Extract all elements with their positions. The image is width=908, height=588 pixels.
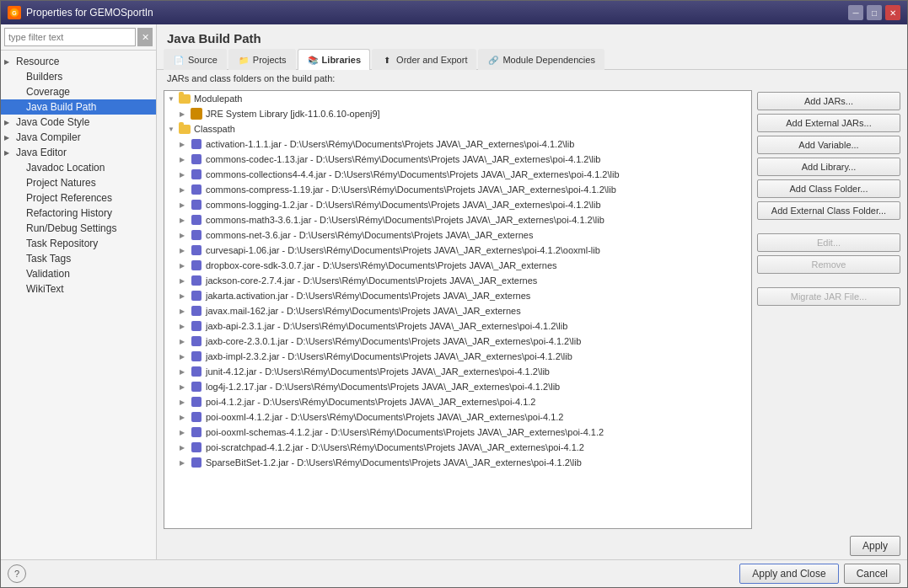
- add-external-class-folder-button[interactable]: Add External Class Folder...: [757, 201, 900, 220]
- migrate-jar-file-button[interactable]: Migrate JAR File...: [757, 287, 900, 306]
- source-tab-icon: 📄: [173, 54, 185, 66]
- bottom-bar: ? Apply and Close Cancel: [1, 559, 907, 587]
- expand-icon: ▶: [180, 353, 190, 361]
- sidebar-item-java-compiler[interactable]: ▶ Java Compiler: [1, 130, 156, 145]
- tree-item-jar9[interactable]: ▶ dropbox-core-sdk-3.0.7.jar - D:\Users\…: [164, 258, 751, 273]
- apply-and-close-button[interactable]: Apply and Close: [739, 564, 838, 584]
- tree-item-jar22[interactable]: ▶ SparseBitSet-1.2.jar - D:\Users\Rémy\D…: [164, 455, 751, 470]
- sidebar-item-task-tags[interactable]: Task Tags: [1, 251, 156, 266]
- svg-text:G: G: [12, 10, 17, 16]
- close-button[interactable]: ✕: [885, 5, 900, 20]
- window-title: Properties for GEMOSportIn: [26, 7, 848, 19]
- sidebar-item-run-debug-settings[interactable]: Run/Debug Settings: [1, 221, 156, 236]
- collapse-icon: ▼: [168, 95, 178, 103]
- expand-icon: ▶: [180, 429, 190, 436]
- jar-icon: [190, 290, 203, 302]
- tree-item-jar20[interactable]: ▶ poi-ooxml-schemas-4.1.2.jar - D:\Users…: [164, 425, 751, 440]
- main-content: ✕ ▶ Resource Builders Coverage Java Buil: [1, 24, 907, 559]
- sidebar-item-refactoring-history[interactable]: Refactoring History: [1, 206, 156, 221]
- tree-item-jar10[interactable]: ▶ jackson-core-2.7.4.jar - D:\Users\Rémy…: [164, 273, 751, 288]
- tree-item-jar16[interactable]: ▶ junit-4.12.jar - D:\Users\Rémy\Documen…: [164, 364, 751, 379]
- tree-item-jar21[interactable]: ▶ poi-scratchpad-4.1.2.jar - D:\Users\Ré…: [164, 440, 751, 455]
- help-button[interactable]: ?: [8, 564, 26, 583]
- tree-item-jar5[interactable]: ▶ commons-logging-1.2.jar - D:\Users\Rém…: [164, 197, 751, 212]
- tree-item-classpath[interactable]: ▼ Classpath: [164, 121, 751, 136]
- tree-item-jar17[interactable]: ▶ log4j-1.2.17.jar - D:\Users\Rémy\Docum…: [164, 379, 751, 394]
- button-spacer-2: [757, 277, 900, 284]
- tree-item-jar8[interactable]: ▶ curvesapi-1.06.jar - D:\Users\Rémy\Doc…: [164, 243, 751, 258]
- tree-item-modulepath[interactable]: ▼ Modulepath: [164, 91, 751, 106]
- edit-button[interactable]: Edit...: [757, 233, 900, 252]
- maximize-button[interactable]: □: [867, 5, 882, 20]
- tree-item-jar19[interactable]: ▶ poi-ooxml-4.1.2.jar - D:\Users\Rémy\Do…: [164, 409, 751, 425]
- expand-icon: ▶: [180, 292, 190, 300]
- sidebar-item-builders[interactable]: Builders: [1, 69, 156, 84]
- sidebar-item-coverage[interactable]: Coverage: [1, 84, 156, 99]
- window-controls: ─ □ ✕: [848, 5, 900, 20]
- expand-icon: ▶: [4, 149, 13, 157]
- tree-item-jar12[interactable]: ▶ javax.mail-162.jar - D:\Users\Rémy\Doc…: [164, 303, 751, 318]
- expand-icon: ▶: [180, 216, 190, 224]
- apply-button[interactable]: Apply: [850, 536, 900, 556]
- tabs-bar: 📄 Source 📁 Projects 📚 Libraries ⬆ Order …: [157, 49, 907, 70]
- filter-input[interactable]: [4, 28, 136, 46]
- build-path-tree[interactable]: ▼ Modulepath ▶ JRE System Library [jdk-1…: [164, 90, 752, 529]
- jar-icon: [190, 184, 203, 195]
- order-export-tab-icon: ⬆: [381, 54, 393, 66]
- sidebar-item-resource[interactable]: ▶ Resource: [1, 54, 156, 69]
- jar-icon: [190, 199, 203, 211]
- filter-clear-button[interactable]: ✕: [137, 28, 153, 46]
- tree-item-jar2[interactable]: ▶ commons-codec-1.13.jar - D:\Users\Rémy…: [164, 152, 751, 167]
- title-bar: G Properties for GEMOSportIn ─ □ ✕: [1, 1, 907, 24]
- sidebar-item-task-repository[interactable]: Task Repository: [1, 236, 156, 251]
- tree-item-jar7[interactable]: ▶ commons-net-3.6.jar - D:\Users\Rémy\Do…: [164, 227, 751, 243]
- add-library-button[interactable]: Add Library...: [757, 158, 900, 176]
- cancel-button[interactable]: Cancel: [844, 564, 900, 584]
- minimize-button[interactable]: ─: [848, 5, 863, 20]
- tree-item-jar14[interactable]: ▶ jaxb-core-2.3.0.1.jar - D:\Users\Rémy\…: [164, 334, 751, 349]
- expand-icon: ▶: [180, 323, 190, 330]
- add-external-jars-button[interactable]: Add External JARs...: [757, 114, 900, 132]
- jar-icon: [190, 138, 203, 150]
- sidebar-item-project-references[interactable]: Project References: [1, 190, 156, 206]
- module-deps-tab-icon: 🔗: [487, 54, 499, 66]
- tree-item-jar15[interactable]: ▶ jaxb-impl-2.3.2.jar - D:\Users\Rémy\Do…: [164, 349, 751, 364]
- jar-icon: [190, 275, 203, 286]
- expand-icon: ▶: [180, 141, 190, 148]
- sidebar-item-java-code-style[interactable]: ▶ Java Code Style: [1, 115, 156, 130]
- tree-item-jar18[interactable]: ▶ poi-4.1.2.jar - D:\Users\Rémy\Document…: [164, 394, 751, 409]
- add-class-folder-button[interactable]: Add Class Folder...: [757, 179, 900, 198]
- jar-icon: [190, 457, 203, 468]
- add-variable-button[interactable]: Add Variable...: [757, 136, 900, 154]
- tab-module-deps[interactable]: 🔗 Module Dependencies: [478, 49, 604, 70]
- panel-body: ▼ Modulepath ▶ JRE System Library [jdk-1…: [157, 87, 907, 532]
- jar-icon: [190, 335, 203, 347]
- expand-icon: ▶: [180, 459, 190, 467]
- expand-icon: ▶: [180, 368, 190, 376]
- remove-button[interactable]: Remove: [757, 255, 900, 274]
- expand-icon: ▶: [180, 186, 190, 194]
- jar-icon: [190, 396, 203, 408]
- tree-item-jre[interactable]: ▶ JRE System Library [jdk-11.0.6.10-open…: [164, 106, 751, 121]
- tree-item-jar4[interactable]: ▶ commons-compress-1.19.jar - D:\Users\R…: [164, 182, 751, 197]
- add-jars-button[interactable]: Add JARs...: [757, 92, 900, 110]
- tab-libraries[interactable]: 📚 Libraries: [298, 49, 370, 70]
- tree-item-jar13[interactable]: ▶ jaxb-api-2.3.1.jar - D:\Users\Rémy\Doc…: [164, 318, 751, 334]
- tree-item-jar3[interactable]: ▶ commons-collections4-4.4.jar - D:\User…: [164, 167, 751, 182]
- tab-projects[interactable]: 📁 Projects: [228, 49, 296, 70]
- sidebar-item-project-natures[interactable]: Project Natures: [1, 175, 156, 190]
- tree-item-jar11[interactable]: ▶ jakarta.activation.jar - D:\Users\Rémy…: [164, 288, 751, 303]
- sidebar-item-wikitext[interactable]: WikiText: [1, 281, 156, 297]
- sidebar-tree: ▶ Resource Builders Coverage Java Build …: [1, 51, 156, 559]
- jar-icon: [190, 411, 203, 423]
- folder-icon: [178, 93, 191, 104]
- tree-item-jar1[interactable]: ▶ activation-1.1.1.jar - D:\Users\Rémy\D…: [164, 136, 751, 152]
- sidebar-item-java-editor[interactable]: ▶ Java Editor: [1, 145, 156, 160]
- tab-source[interactable]: 📄 Source: [164, 49, 227, 70]
- sidebar-item-java-build-path[interactable]: Java Build Path: [1, 99, 156, 115]
- tab-order-export[interactable]: ⬆ Order and Export: [372, 49, 476, 70]
- sidebar-item-javadoc-location[interactable]: Javadoc Location: [1, 160, 156, 175]
- libraries-tab-icon: 📚: [307, 54, 319, 66]
- sidebar-item-validation[interactable]: Validation: [1, 266, 156, 281]
- tree-item-jar6[interactable]: ▶ commons-math3-3.6.1.jar - D:\Users\Rém…: [164, 212, 751, 227]
